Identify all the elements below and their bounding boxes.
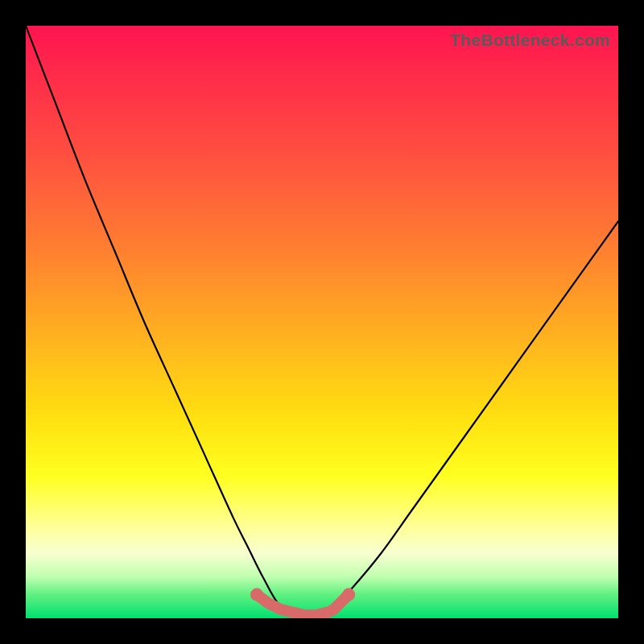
marker-dot-right (342, 588, 355, 601)
bottom-markers (250, 588, 355, 616)
marker-dot-left (250, 588, 263, 601)
bottleneck-curve (26, 26, 618, 618)
chart-frame: TheBottleneck.com (0, 0, 644, 644)
marker-line (257, 595, 349, 616)
chart-plot-area: TheBottleneck.com (26, 26, 618, 618)
curve-layer (26, 26, 618, 618)
